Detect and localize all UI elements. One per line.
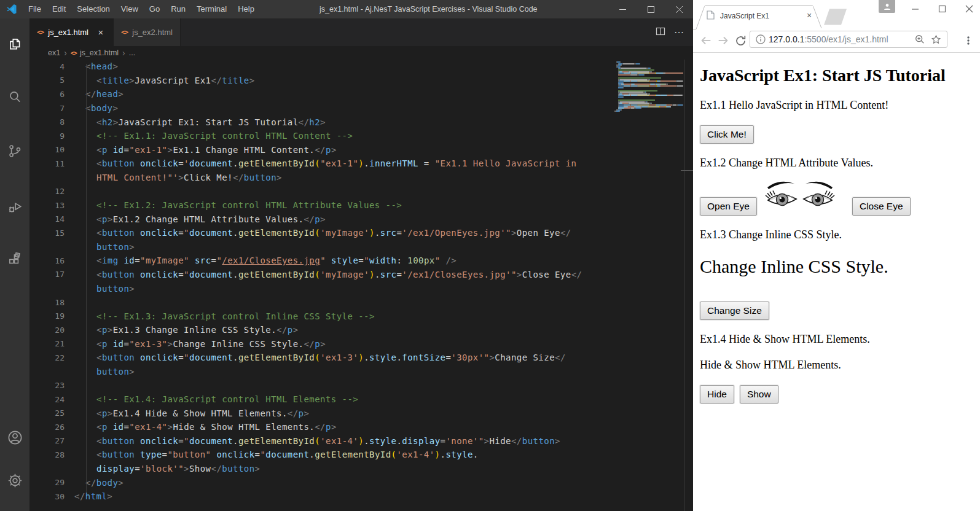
code-token: </ [74, 491, 85, 501]
account-icon[interactable] [0, 425, 29, 450]
more-actions-icon[interactable]: ⋯ [674, 26, 684, 38]
menu-file[interactable]: File [23, 0, 47, 18]
code-line: HTML Content!"'>Click Me!</button> [29, 171, 684, 185]
tab-close-icon[interactable]: × [805, 12, 813, 20]
code-text: </html> [65, 491, 112, 501]
code-token: 'ex1-4' [396, 450, 434, 459]
code-text: <button onclick="document.getElementById… [65, 436, 560, 446]
code-token: /> [445, 256, 457, 265]
vscode-close-button[interactable] [665, 0, 693, 18]
code-token: > [108, 408, 113, 418]
web-button-change-size[interactable]: Change Size [700, 302, 769, 320]
line-number: 24 [29, 395, 65, 404]
reload-icon[interactable] [731, 31, 750, 50]
breadcrumb-element[interactable]: ... [129, 49, 135, 57]
editor-scrollbar[interactable] [684, 60, 694, 511]
browser-maximize-button[interactable] [936, 2, 948, 15]
zoom-icon[interactable] [914, 34, 925, 45]
code-text: <button onclick="document.getElementById… [65, 353, 566, 362]
code-token: > [489, 353, 495, 362]
source-control-icon[interactable] [0, 139, 29, 163]
bookmark-star-icon[interactable] [930, 34, 942, 45]
minimap-mark [649, 80, 656, 82]
code-text: <button type="button" onclick="document.… [65, 450, 479, 459]
code-token: button [102, 436, 135, 446]
menu-run[interactable]: Run [165, 0, 191, 18]
code-text: display='block'">Show</button> [65, 464, 260, 474]
code-token: style [445, 450, 472, 459]
code-token: <!-- Ex1.4: JavaScript control HTML Elem… [96, 394, 358, 404]
line-number: 5 [29, 76, 65, 85]
code-token: > [293, 325, 299, 335]
code-token: < [96, 76, 102, 85]
extensions-icon[interactable] [0, 247, 29, 271]
forward-icon[interactable] [714, 31, 732, 50]
tab-close-icon[interactable]: × [96, 28, 106, 37]
explorer-icon[interactable] [0, 32, 29, 57]
profile-button[interactable] [879, 0, 895, 13]
search-icon[interactable] [0, 85, 29, 109]
web-button-show[interactable]: Show [740, 385, 778, 404]
code-token: Change Size [495, 353, 555, 362]
vscode-minimize-button[interactable] [608, 0, 637, 18]
address-bar[interactable]: 127.0.0.1:5500/ex1/js_ex1.html [750, 31, 947, 48]
button-row: Change Size [700, 302, 975, 320]
code-token: onclick [140, 158, 178, 168]
vscode-maximize-button[interactable] [637, 0, 665, 18]
browser-tab[interactable] [693, 0, 853, 29]
eyes-image [764, 177, 836, 213]
menu-terminal[interactable]: Terminal [191, 0, 232, 18]
code-token: getElementById [238, 270, 315, 279]
code-token: getElementById [238, 228, 315, 238]
code-line: 13<!-- Ex1.2: JavaScript control HTML At… [29, 198, 684, 213]
minimap-mark [641, 107, 641, 109]
code-token: < [96, 158, 102, 168]
minimap[interactable] [614, 61, 683, 112]
code-token: document [189, 270, 233, 279]
minimap-mark [624, 95, 630, 96]
indent-guide [86, 64, 87, 493]
code-editor[interactable]: 4<head>5<title>JavaScript Ex1</title>6</… [29, 60, 684, 511]
code-token: Change Inline CSS Style. [173, 339, 304, 349]
web-button-close-eye[interactable]: Close Eye [852, 197, 911, 216]
menu-edit[interactable]: Edit [47, 0, 71, 18]
breadcrumb-file[interactable]: js_ex1.html [80, 49, 119, 57]
code-token: img [102, 256, 119, 265]
code-token: Ex1.1 Change HTML Content. [173, 145, 315, 155]
menu-view[interactable]: View [116, 0, 144, 18]
code-token: ) [358, 158, 364, 168]
site-info-icon[interactable] [756, 34, 766, 44]
code-token: " [184, 228, 189, 238]
run-debug-icon[interactable] [0, 194, 29, 219]
html-file-icon: <> [71, 50, 77, 57]
code-token: > [517, 270, 522, 279]
minimap-mark [618, 87, 623, 88]
code-token: " [435, 256, 441, 265]
code-token: <!-- Ex1.3: JavaScript control Inline CS… [96, 311, 375, 321]
web-button-hide[interactable]: Hide [700, 385, 734, 404]
code-token: "ex1-1" [129, 145, 167, 155]
menu-selection[interactable]: Selection [71, 0, 115, 18]
web-button-open-eye[interactable]: Open Eye [700, 197, 757, 216]
code-token: ( [315, 158, 320, 168]
code-token: document [189, 436, 233, 446]
code-token: "ex1-1" [320, 158, 358, 168]
code-line: button> [29, 240, 684, 254]
browser-menu-icon[interactable] [960, 33, 976, 49]
browser-close-button[interactable] [963, 2, 975, 15]
minimap-mark [638, 80, 649, 82]
browser-minimize-button[interactable] [909, 2, 921, 15]
breadcrumb-folder[interactable]: ex1 [48, 49, 60, 57]
editor-tab-js_ex1.html[interactable]: <>js_ex1.html× [29, 18, 114, 46]
web-button-click-me-[interactable]: Click Me! [700, 125, 754, 144]
editor-tab-js_ex2.html[interactable]: <>js_ex2.html [114, 18, 181, 46]
settings-gear-icon[interactable] [0, 468, 29, 493]
split-editor-icon[interactable] [656, 26, 665, 39]
code-token: 'block' [140, 464, 178, 474]
menu-go[interactable]: Go [144, 0, 165, 18]
code-line: 4<head> [29, 60, 684, 74]
back-icon[interactable] [697, 31, 715, 50]
code-text: <body> [65, 103, 118, 113]
menu-help[interactable]: Help [232, 0, 260, 18]
code-token: . [375, 228, 380, 238]
